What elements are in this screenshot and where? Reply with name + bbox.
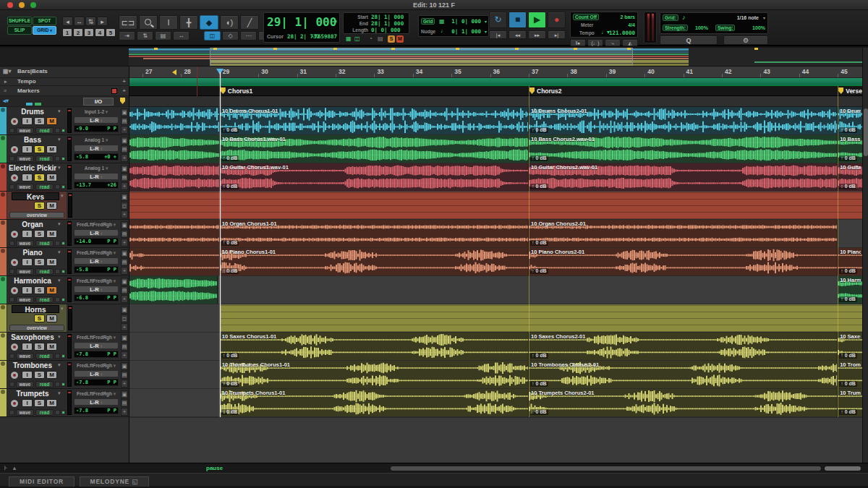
track-color-strip[interactable]	[0, 135, 7, 163]
chevron-down-icon[interactable]: ▾	[485, 19, 487, 24]
mute-button[interactable]: M	[46, 314, 57, 322]
track-color-strip[interactable]	[0, 389, 7, 416]
automation-mode-button[interactable]: read	[35, 155, 54, 162]
record-arm-button[interactable]	[10, 399, 19, 408]
online-button[interactable]: ↻	[489, 12, 507, 28]
triangle-right-icon[interactable]: ▸	[4, 78, 7, 85]
zoom-preset-4[interactable]: 4	[95, 28, 105, 37]
mute-button[interactable]: M	[46, 174, 57, 181]
add-icon[interactable]: +	[121, 126, 128, 134]
chevron-down-icon[interactable]: ▾	[58, 390, 61, 396]
audio-clip[interactable]: 10 Trombo↑ 0 dB	[838, 361, 862, 388]
bars-ruler[interactable]: 27282930313233343536373839404142434445	[129, 67, 862, 78]
nudge-value-label[interactable]: Nudge	[421, 28, 435, 35]
add-icon[interactable]: +	[121, 323, 128, 331]
tempo-follows-icon[interactable]: ⤷	[605, 39, 621, 46]
track-view-selector[interactable]: wave	[16, 127, 34, 134]
automation-mode-button[interactable]: read	[35, 184, 54, 190]
add-icon[interactable]: +	[121, 154, 128, 162]
elastic-audio-icon[interactable]	[55, 410, 60, 415]
track-color-strip[interactable]	[0, 192, 7, 219]
solo-button[interactable]: S	[34, 258, 45, 266]
automation-mode-button[interactable]: read	[35, 296, 54, 303]
freeze-icon[interactable]	[9, 128, 14, 133]
audio-clip[interactable]: 10 Guitar V↑ 0 dB	[838, 163, 862, 191]
input-gain-icon[interactable]	[61, 241, 66, 246]
audio-clip[interactable]	[129, 163, 219, 191]
edit-mode-slip[interactable]: SLIP	[7, 26, 32, 35]
go-to-start-button[interactable]: |◂	[489, 30, 507, 39]
track-color-strip[interactable]	[0, 333, 7, 360]
vertical-scrollbar-thumb[interactable]	[864, 108, 868, 156]
freeze-icon[interactable]	[9, 184, 14, 189]
layered-edit-icon[interactable]: ▤	[155, 31, 171, 40]
overview-button[interactable]: overview	[9, 325, 64, 331]
io-input-label[interactable]: Analog 1 ▾	[74, 137, 119, 143]
play-button[interactable]: ▶	[528, 12, 546, 28]
track-color-strip[interactable]	[0, 248, 7, 275]
output-selector[interactable]: L-R ↑	[74, 398, 119, 406]
solo-button[interactable]: S	[34, 343, 45, 351]
insertion-follows-icon[interactable]: ◇	[222, 31, 239, 40]
comments-icon[interactable]: ▤	[121, 371, 128, 379]
marker-flag-icon[interactable]	[529, 87, 535, 94]
playlist-icon[interactable]: ▣	[121, 249, 128, 257]
volume-pan-display[interactable]: -9.0P P	[74, 125, 119, 132]
audio-clip[interactable]: 10 Saxes Chorus2-01↑ 0 dB	[529, 333, 838, 360]
automation-mode-button[interactable]: read	[35, 268, 54, 275]
ruler-header-tempo[interactable]: ▸ Tempo +	[0, 78, 129, 86]
record-arm-button[interactable]	[10, 230, 19, 239]
solo-button[interactable]: S	[34, 371, 45, 379]
audio-clip[interactable]: 10 Guitar Chorus1.wav-01↑ 0 dB	[220, 163, 529, 191]
track-view-selector[interactable]: wave	[16, 240, 34, 247]
automation-follows-icon[interactable]: ⋯	[240, 31, 257, 40]
go-to-end-button[interactable]: ▸|	[548, 30, 566, 39]
timeline-content[interactable]: 27282930313233343536373839404142434445Ch…	[129, 67, 862, 463]
chevron-down-icon[interactable]: ▾	[61, 193, 64, 199]
horizontal-scrollbar[interactable]	[391, 466, 821, 471]
mirror-edit-icon[interactable]: ⇅	[137, 31, 153, 40]
track-name[interactable]: Organ	[9, 221, 56, 228]
selector-tool[interactable]: I	[159, 15, 178, 30]
add-icon[interactable]: +	[121, 380, 128, 388]
record-arm-button[interactable]	[10, 174, 19, 182]
io-input-label[interactable]: FredLftFredRgh ▾	[74, 335, 119, 341]
audio-clip[interactable]: 10 Drums Chorus2-01↑ 0 dB	[529, 107, 838, 134]
chevron-down-icon[interactable]: ▾	[58, 108, 61, 114]
scrubber-tool[interactable]: ◖)	[220, 15, 239, 30]
volume-pan-display[interactable]: -7.8P P	[74, 351, 119, 358]
track-name[interactable]: Horns	[12, 305, 59, 313]
session-overview[interactable]	[129, 48, 862, 67]
zoom-preset-3[interactable]: 3	[84, 28, 94, 37]
playlist-icon[interactable]: ▣	[121, 390, 128, 398]
audio-clip[interactable]: 10 Piano Chorus2-01↑ 0 dB	[529, 248, 838, 275]
mute-button[interactable]: M	[46, 343, 57, 351]
add-icon[interactable]: +	[121, 182, 128, 190]
chevron-down-icon[interactable]: ▾	[58, 334, 61, 340]
chevron-down-icon[interactable]: ▾	[58, 278, 61, 283]
zoom-window-icon[interactable]	[30, 2, 36, 8]
io-input-label[interactable]: FredLftFredRgh ▾	[74, 250, 119, 256]
grid-value-label[interactable]: Grid	[421, 18, 435, 25]
add-icon[interactable]: +	[121, 239, 128, 247]
io-input-label[interactable]: FredLftFredRgh ▾	[74, 278, 119, 284]
automation-mode-button[interactable]: read	[35, 127, 54, 134]
record-button[interactable]: ●	[548, 12, 566, 28]
minimize-window-icon[interactable]	[19, 2, 25, 8]
track-name[interactable]: Harmonica	[9, 277, 56, 285]
record-arm-button[interactable]	[10, 145, 19, 154]
track-name[interactable]: Trumpets	[9, 390, 56, 398]
track-lane-trombones[interactable]: 10 Trombones Chorus1-01↑ 0 dB10 Trombone…	[129, 361, 862, 389]
pencil-tool[interactable]: ╱	[240, 15, 259, 30]
elastic-audio-icon[interactable]	[55, 184, 60, 189]
edit-mode-spot[interactable]: SPOT	[33, 17, 56, 25]
track-lane-horns[interactable]	[129, 304, 862, 333]
tab-melodyne[interactable]: MELODYNE ◱	[80, 476, 150, 487]
horizontal-scrollbar-thumb[interactable]	[825, 466, 861, 471]
volume-pan-display[interactable]: -6.8P P	[74, 294, 119, 301]
elastic-audio-icon[interactable]	[55, 156, 60, 161]
mute-button[interactable]: M	[46, 145, 57, 153]
audio-clip[interactable]	[129, 276, 218, 304]
audio-clip[interactable]: 10 Organ Chorus1-01↑ 0 dB	[220, 220, 529, 247]
edit-link-icon[interactable]: ◫	[354, 35, 360, 42]
